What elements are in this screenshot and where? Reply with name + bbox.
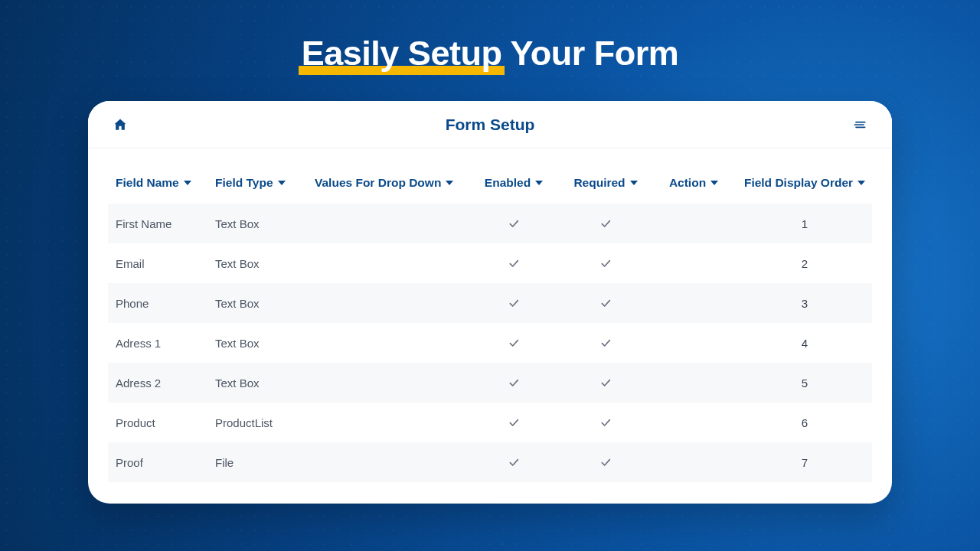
cell-enabled — [468, 217, 560, 230]
col-enabled[interactable]: Enabled — [468, 176, 560, 190]
form-setup-card: Form Setup Field Name Field Type Values … — [88, 101, 892, 504]
cell-required — [560, 257, 652, 269]
table-row: Adress 1Text Box4 — [108, 323, 872, 363]
cell-field-name: First Name — [116, 217, 215, 230]
cell-enabled — [468, 456, 560, 468]
check-icon — [508, 416, 520, 429]
cell-display-order: 6 — [736, 416, 874, 429]
check-icon — [599, 257, 612, 269]
col-values[interactable]: Values For Drop Down — [315, 176, 468, 190]
cell-enabled — [468, 297, 560, 309]
check-icon — [599, 456, 612, 468]
cell-display-order: 3 — [736, 297, 874, 310]
cell-enabled — [468, 377, 560, 389]
col-field-name-label: Field Name — [116, 176, 179, 190]
cell-required — [560, 337, 652, 349]
cell-field-type: Text Box — [215, 257, 315, 270]
check-icon — [508, 297, 520, 309]
col-action[interactable]: Action — [652, 176, 736, 190]
caret-down-icon — [184, 179, 191, 187]
cell-field-name: Product — [116, 416, 215, 429]
check-icon — [599, 416, 612, 429]
cell-display-order: 7 — [736, 456, 874, 469]
col-field-name[interactable]: Field Name — [116, 176, 215, 190]
card-header: Form Setup — [88, 101, 892, 148]
cell-required — [560, 416, 652, 429]
card-title: Form Setup — [446, 116, 535, 134]
check-icon — [508, 456, 520, 468]
table-header-row: Field Name Field Type Values For Drop Do… — [108, 162, 872, 204]
caret-down-icon — [710, 179, 718, 187]
cell-enabled — [468, 257, 560, 269]
cell-field-type: Text Box — [215, 217, 315, 230]
cell-field-type: ProductList — [215, 416, 315, 429]
cell-required — [560, 456, 652, 468]
caret-down-icon — [535, 179, 543, 187]
table-body: First NameText Box1EmailText Box2PhoneTe… — [108, 204, 872, 482]
col-values-label: Values For Drop Down — [315, 176, 441, 190]
hero-rest-text: Your Form — [501, 34, 678, 73]
cell-display-order: 1 — [736, 217, 874, 230]
cell-field-name: Proof — [116, 456, 215, 469]
cell-enabled — [468, 337, 560, 349]
check-icon — [599, 217, 612, 230]
cell-field-type: Text Box — [215, 297, 315, 310]
cell-field-name: Email — [116, 257, 215, 270]
caret-down-icon — [630, 179, 638, 187]
col-required-label: Required — [573, 176, 625, 190]
table-row: ProductProductList6 — [108, 403, 872, 442]
col-required[interactable]: Required — [560, 176, 652, 190]
cell-display-order: 5 — [736, 377, 874, 390]
table-row: Adress 2Text Box5 — [108, 363, 872, 403]
cell-required — [560, 297, 652, 309]
cell-required — [560, 217, 652, 230]
check-icon — [508, 337, 520, 349]
caret-down-icon — [446, 179, 453, 187]
caret-down-icon — [858, 179, 865, 187]
cell-field-name: Adress 1 — [116, 337, 215, 350]
cell-display-order: 2 — [736, 257, 874, 270]
check-icon — [508, 257, 520, 269]
menu-icon[interactable] — [849, 114, 871, 135]
col-enabled-label: Enabled — [485, 176, 531, 190]
hero-accent-text: Easily Setup — [302, 34, 502, 73]
caret-down-icon — [278, 179, 286, 187]
cell-field-name: Adress 2 — [116, 377, 215, 390]
col-action-label: Action — [669, 176, 706, 190]
cell-display-order: 4 — [736, 337, 874, 350]
check-icon — [508, 377, 520, 389]
col-field-type-label: Field Type — [215, 176, 273, 190]
cell-field-name: Phone — [116, 297, 215, 310]
table-row: PhoneText Box3 — [108, 283, 872, 323]
col-display-order-label: Field Display Order — [744, 176, 853, 190]
cell-enabled — [468, 416, 560, 429]
table-row: First NameText Box1 — [108, 204, 872, 243]
fields-table: Field Name Field Type Values For Drop Do… — [88, 148, 892, 504]
cell-field-type: Text Box — [215, 337, 315, 350]
cell-required — [560, 377, 652, 389]
table-row: ProofFile7 — [108, 442, 872, 482]
check-icon — [508, 217, 520, 230]
check-icon — [599, 337, 612, 349]
page-hero-title: Easily Setup Your Form — [302, 34, 678, 73]
home-icon[interactable] — [109, 114, 131, 135]
col-field-type[interactable]: Field Type — [215, 176, 315, 190]
cell-field-type: Text Box — [215, 377, 315, 390]
col-display-order[interactable]: Field Display Order — [736, 176, 874, 190]
table-row: EmailText Box2 — [108, 243, 872, 283]
cell-field-type: File — [215, 456, 315, 469]
check-icon — [599, 297, 612, 309]
check-icon — [599, 377, 612, 389]
